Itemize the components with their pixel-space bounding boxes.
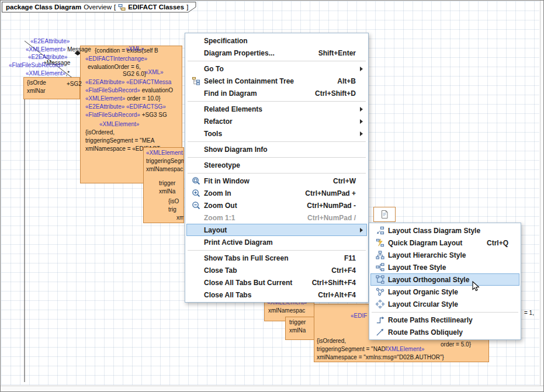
context-menu-item-zoom-in[interactable]: Zoom InCtrl+NumPad + [186, 187, 367, 199]
stereotype-label: «FlatFileSubRecord» [9, 62, 64, 68]
menu-separator [188, 173, 366, 174]
diagram-text-line: «XMLElement» Message [26, 46, 91, 53]
layout-submenu-item-layout-orthogonal-style[interactable]: Layout Orthogonal Style [370, 273, 519, 286]
menu-item-label: Fit in Window [203, 177, 250, 185]
context-menu-item-tools[interactable]: Tools [186, 127, 367, 140]
context-menu-item-go-to[interactable]: Go To [186, 63, 367, 75]
zoom-in-icon [189, 189, 203, 198]
small-diagram-element[interactable] [373, 207, 396, 222]
containment-tree-icon [189, 77, 203, 86]
context-menu-item-print-active-diagram[interactable]: Print Active Diagram [186, 236, 367, 248]
edge-label[interactable]: «XMLElement» Message [26, 46, 108, 53]
zoom-out-icon [189, 201, 203, 210]
horizontal-scrollbar-track[interactable] [1, 386, 543, 391]
layout-class-diagram-icon [373, 226, 387, 235]
document-icon [380, 210, 389, 219]
stereotype-label: «XMLElement» [26, 46, 65, 53]
diagram-text-line: «FlatFileSubRecord» evaluationO [85, 87, 173, 93]
layout-submenu-item-layout-class-diagram-style[interactable]: Layout Class Diagram Style [370, 224, 519, 237]
edge-label[interactable]: «XML» [145, 69, 168, 76]
edge-label[interactable]: «XMLElement»,* [26, 70, 96, 77]
diagram-text: trigger [289, 319, 306, 325]
diagram-text: triggeringSegment = "MEA [85, 137, 154, 144]
blank-icon [189, 213, 203, 223]
application-window: {isOrdexmlNar{condition = exists(self B«… [0, 0, 544, 392]
edge-label[interactable]: «XML» [126, 46, 149, 53]
diagram-text: order = 10.0} [125, 95, 160, 102]
layout-submenu-item-layout-circular-style[interactable]: Layout Circular Style [370, 298, 519, 310]
diagram-frame-header[interactable]: package Class Diagram Overview [ EDIFACT… [2, 2, 196, 13]
layout-submenu-item-layout-organic-style[interactable]: Layout Organic Style [370, 286, 519, 298]
edge-label[interactable]: +SG2 [67, 81, 90, 88]
context-menu-item-fit-in-window[interactable]: Fit in WindowCtrl+W [186, 175, 367, 187]
stereotype-label: «E2EAttribute» [85, 103, 124, 110]
menu-item-label: Stereotype [203, 161, 240, 169]
diagram-text: xmlNar [27, 88, 46, 94]
edge-label[interactable]: «FlatFileSubRecord» [9, 62, 80, 69]
menu-item-label: Zoom 1:1 [203, 214, 235, 222]
context-menu-item-close-tab[interactable]: Close TabCtrl+F4 [186, 264, 367, 276]
menu-item-label: Zoom In [203, 189, 231, 197]
menu-separator [188, 141, 366, 142]
edge-label[interactable]: = 1, [524, 310, 539, 317]
menu-separator [188, 157, 366, 158]
context-menu-item-refactor[interactable]: Refactor [186, 115, 367, 127]
context-menu-item-close-all-tabs[interactable]: Close All TabsCtrl+Alt+F4 [186, 289, 367, 301]
blank-icon [189, 254, 203, 263]
layout-submenu-item-quick-diagram-layout[interactable]: Quick Diagram LayoutCtrl+Q [370, 237, 519, 249]
diagram-text: {isOrde [27, 79, 46, 86]
menu-item-label: Select in Containment Tree [203, 77, 294, 85]
diagram-text-line: «FlatFileSubRecord» +SG3 SG [85, 112, 167, 118]
diagram-text-line: «E2EAttribute» «EDIFACTSG» [85, 103, 166, 110]
context-menu-item-show-diagram-info[interactable]: Show Diagram Info [186, 143, 367, 155]
diagram-text: evaluationOrder = 6, [88, 64, 141, 70]
edge-label[interactable]: «E2EAttribute» [30, 38, 101, 45]
menu-item-shortcut: Ctrl+Shift+F4 [298, 279, 356, 287]
vertical-scrollbar-track[interactable] [540, 1, 543, 386]
layout-submenu-item-route-paths-rectilinearly[interactable]: Route Paths Rectilinearly [370, 314, 519, 326]
menu-item-label: Specification [203, 37, 248, 45]
context-menu-item-select-in-containment-tree[interactable]: Select in Containment TreeAlt+B [186, 75, 367, 87]
diagram-text-line: {isOrde [27, 79, 46, 86]
diagram-text: SG2 6.0} [123, 71, 146, 77]
stereotype-label: «XML» [145, 69, 164, 75]
layout-submenu-item-route-paths-obliquely[interactable]: Route Paths Obliquely [370, 326, 519, 338]
context-menu-item-layout[interactable]: Layout [186, 224, 367, 236]
layout-tree-icon [373, 263, 387, 272]
menu-item-shortcut: Ctrl+Q [473, 239, 508, 247]
diagram-text: {isOrdered, [317, 338, 346, 344]
diagram-text-line: «XML» [126, 46, 144, 52]
diagram-text-line: trigger [159, 180, 175, 186]
menu-item-label: Tools [203, 130, 222, 138]
blank-icon [189, 89, 203, 98]
diagram-text: +SG3 SG [140, 112, 167, 118]
blank-icon [189, 238, 203, 247]
layout-submenu-item-layout-tree-style[interactable]: Layout Tree Style [370, 261, 519, 273]
context-menu-item-find-in-diagram[interactable]: Find in DiagramCtrl+Shift+D [186, 87, 367, 99]
edge-label[interactable]: order = 5.0} [441, 341, 481, 348]
blank-icon [189, 161, 203, 170]
context-menu-item-related-elements[interactable]: Related Elements [186, 103, 367, 115]
class-box[interactable]: triggerxmlNa [285, 317, 314, 340]
diagram-text-line: xm [176, 214, 184, 221]
blank-icon [189, 278, 203, 287]
menu-separator [188, 250, 366, 251]
context-menu-item-specification[interactable]: Specification [186, 34, 367, 47]
menu-item-label: Layout [203, 226, 227, 234]
class-box[interactable]: «XMLElement»triggeringSegmenxmlNamespact… [143, 147, 184, 223]
diagram-text-line: «FlatFileSubRecord» [9, 62, 64, 68]
diagram-text-line: «EDIF [351, 313, 367, 319]
menu-item-shortcut: Ctrl+Shift+D [301, 89, 356, 98]
menu-item-label: Related Elements [203, 105, 262, 113]
context-menu-item-close-all-tabs-but-current[interactable]: Close All Tabs But CurrentCtrl+Shift+F4 [186, 276, 367, 289]
diagram-text: order = 5.0} [441, 341, 471, 348]
context-menu-item-show-tabs-in-full-screen[interactable]: Show Tabs in Full ScreenF11 [186, 252, 367, 264]
menu-item-label: Layout Circular Style [387, 300, 458, 308]
layout-submenu-item-layout-hierarchic-style[interactable]: Layout Hierarchic Style [370, 249, 519, 261]
stereotype-label: «FlatFileSubRecord» [85, 112, 140, 118]
context-menu-item-zoom-out[interactable]: Zoom OutCtrl+NumPad - [186, 199, 367, 211]
diagram-text: trigger [159, 180, 175, 186]
context-menu-item-zoom-1-1[interactable]: Zoom 1:1Ctrl+NumPad / [186, 211, 367, 224]
context-menu-item-stereotype[interactable]: Stereotype [186, 159, 367, 171]
context-menu-item-diagram-properties[interactable]: Diagram Properties...Shift+Enter [186, 47, 367, 59]
